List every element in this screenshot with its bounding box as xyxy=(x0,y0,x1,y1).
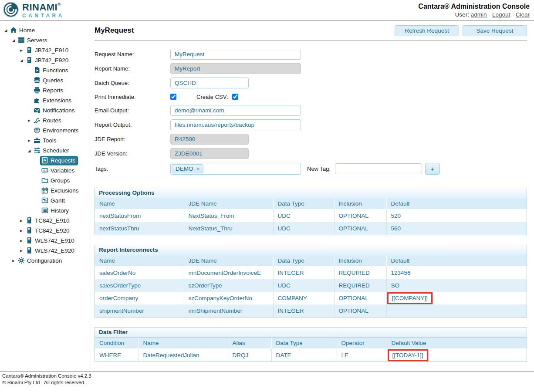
table-row[interactable]: shipmentNumbermnShipmentNumberINTEGEROPT… xyxy=(95,304,527,317)
chevron-collapsed-icon[interactable]: ▸ xyxy=(18,218,24,223)
logout-link[interactable]: Logout xyxy=(492,11,510,18)
sidebar-item-jb742-e910[interactable]: ▸JB742_E910 xyxy=(0,45,89,55)
server-icon xyxy=(26,217,33,224)
chevron-expanded-icon[interactable]: ◢ xyxy=(26,149,32,153)
sidebar-item-servers[interactable]: ◢Servers xyxy=(0,35,89,45)
chevron-expanded-icon[interactable]: ◢ xyxy=(18,58,24,63)
sidebar-item-reports[interactable]: Reports xyxy=(0,85,89,95)
report-name-label: Report Name: xyxy=(95,65,170,72)
table-row[interactable]: orderCompanyszCompanyKeyOrderNoCOMPANYOP… xyxy=(95,292,527,304)
sidebar-item-requests[interactable]: Requests xyxy=(0,155,89,166)
sidebar-item-variables[interactable]: (x)Variables xyxy=(0,166,89,176)
jde-version-input xyxy=(170,148,249,159)
batch-queue-input[interactable] xyxy=(170,78,249,88)
cell-value: salesOrderNo xyxy=(99,270,135,276)
chevron-collapsed-icon[interactable]: ▸ xyxy=(18,248,24,253)
cell-value: REQUIRED xyxy=(339,270,370,276)
sidebar-tree: ◢Home◢Servers▸JB742_E910◢JB742_E920Funct… xyxy=(0,21,89,371)
sidebar-item-exclusions[interactable]: Exclusions xyxy=(0,186,89,196)
cell-value: NextStatus_From xyxy=(189,213,234,219)
sidebar-item-queries[interactable]: Queries xyxy=(0,75,89,85)
cell-value: SO xyxy=(391,282,400,289)
scheduler-icon xyxy=(34,147,41,154)
table-row[interactable]: WHEREDateRequestedJulianDRQJDATELE[[TODA… xyxy=(95,349,527,362)
footer-copyright: © Rinami Pty Ltd - All rights reserved. xyxy=(2,379,532,386)
footer-version: Cantara® Administration Console v4.2.3 xyxy=(2,373,532,379)
email-output-input[interactable] xyxy=(170,105,301,116)
table-processing-options: Processing OptionsNameJDE NameData TypeI… xyxy=(95,188,527,235)
table-row[interactable]: nextStatusThruNextStatus_ThruUDCOPTIONAL… xyxy=(95,222,527,235)
tags-input[interactable]: DEMO × xyxy=(170,163,301,175)
user-bar: User: admin-Logout-Clear xyxy=(418,11,530,18)
new-tag-input[interactable] xyxy=(335,163,422,174)
sidebar-item-routes[interactable]: ▸Routes xyxy=(0,115,89,125)
server-icon xyxy=(26,57,33,64)
table-row[interactable]: salesOrderNomnDocumentOrderInvoiceEINTEG… xyxy=(95,267,527,280)
sidebar-item-label: Exclusions xyxy=(51,187,79,194)
environments-icon xyxy=(34,127,41,134)
chevron-expanded-icon[interactable]: ◢ xyxy=(10,38,17,43)
sidebar-item-history[interactable]: History xyxy=(0,206,89,216)
sidebar-item-configuration[interactable]: ▸Configuration xyxy=(0,256,89,266)
add-tag-button[interactable]: + xyxy=(425,163,440,175)
column-header-default: Default xyxy=(386,198,527,210)
sidebar-item-environments[interactable]: Environments xyxy=(0,125,89,135)
rinami-swirl-icon xyxy=(3,1,19,19)
chevron-collapsed-icon[interactable]: ▸ xyxy=(26,118,32,123)
sidebar-item-scheduler[interactable]: ◢Scheduler xyxy=(0,145,89,155)
table-row[interactable]: nextStatusFromNextStatus_FromUDCOPTIONAL… xyxy=(95,210,527,223)
request-name-input[interactable] xyxy=(170,49,301,60)
report-output-input[interactable] xyxy=(170,119,301,130)
refresh-request-button[interactable]: Refresh Request xyxy=(395,25,459,36)
sidebar-item-home[interactable]: ◢Home xyxy=(0,25,89,35)
chevron-collapsed-icon[interactable]: ▸ xyxy=(10,258,17,264)
server-icon xyxy=(26,227,33,234)
cell-value: shipmentNumber xyxy=(99,308,144,314)
sidebar-item-functions[interactable]: Functions xyxy=(0,65,89,75)
cell-value: [[TODAY-1]] xyxy=(392,352,423,358)
chevron-collapsed-icon[interactable]: ▸ xyxy=(26,138,32,143)
table-section-title: Data Filter xyxy=(95,328,527,338)
app-footer: Cantara® Administration Console v4.2.3 ©… xyxy=(0,371,534,392)
sidebar-item-label: Tools xyxy=(43,137,57,144)
server-icon xyxy=(26,237,33,244)
sidebar-item-tools[interactable]: ▸Tools xyxy=(0,135,89,145)
save-request-button[interactable]: Save Request xyxy=(463,25,527,36)
annotation-red-box: [[TODAY-1]] xyxy=(388,349,428,361)
column-header-data-type: Data Type xyxy=(273,255,334,267)
sidebar-item-label: Groups xyxy=(51,177,70,184)
create-csv-checkbox[interactable] xyxy=(232,94,238,100)
table-row[interactable]: salesOrderTypeszOrderTypeUDCREQUIREDSO xyxy=(95,279,527,292)
cell-value: INTEGER xyxy=(278,270,304,276)
jde-version-label: JDE Version: xyxy=(95,150,170,157)
table-section-title: Processing Options xyxy=(95,188,527,198)
clear-link[interactable]: Clear xyxy=(516,11,530,18)
sidebar-item-groups[interactable]: Groups xyxy=(0,176,89,186)
history-icon xyxy=(41,207,49,214)
chevron-collapsed-icon[interactable]: ▸ xyxy=(18,238,24,243)
user-link[interactable]: admin xyxy=(471,11,487,18)
cell-value: OPTIONAL xyxy=(339,308,368,314)
cell-value: UDC xyxy=(278,213,291,219)
sidebar-item-gantt[interactable]: Gantt xyxy=(0,196,89,206)
sidebar-item-tc842-e910[interactable]: ▸TC842_E910 xyxy=(0,216,89,226)
cell-value: LE xyxy=(341,352,349,358)
tag-remove-icon[interactable]: × xyxy=(196,166,200,172)
table-header-row: NameJDE NameData TypeInclusionDefault xyxy=(95,255,527,267)
print-immediate-checkbox[interactable] xyxy=(170,94,176,100)
chevron-collapsed-icon[interactable]: ▸ xyxy=(18,47,24,53)
column-header-data-type: Data Type xyxy=(271,338,337,349)
sidebar-item-wls742-e920[interactable]: ▸WLS742_E920 xyxy=(0,246,89,256)
sidebar-item-jb742-e920[interactable]: ◢JB742_E920 xyxy=(0,55,89,65)
functions-icon xyxy=(34,67,41,74)
sidebar-item-extensions[interactable]: Extensions xyxy=(0,95,89,105)
sidebar-item-wls742-e910[interactable]: ▸WLS742_E910 xyxy=(0,236,89,246)
cell-value: nextStatusFrom xyxy=(99,213,141,219)
sidebar-item-notifications[interactable]: Notifications xyxy=(0,105,89,115)
rinami-cantara-logo[interactable]: RINAMI® CANTARA xyxy=(3,1,64,19)
sidebar-item-tc842-e920[interactable]: ▸TC842_E920 xyxy=(0,226,89,236)
chevron-collapsed-icon[interactable]: ▸ xyxy=(18,228,24,233)
chevron-expanded-icon[interactable]: ◢ xyxy=(3,28,9,33)
column-header-data-type: Data Type xyxy=(273,198,334,210)
sidebar-item-label: Queries xyxy=(43,77,63,84)
